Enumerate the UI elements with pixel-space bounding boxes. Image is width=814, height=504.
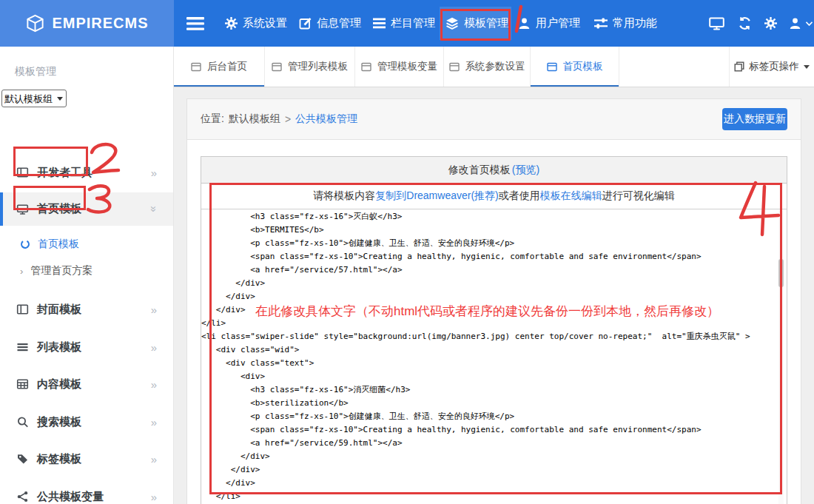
window-icon	[361, 62, 371, 72]
nav-item-label: 模板管理	[464, 16, 508, 30]
breadcrumb-current-link[interactable]: 公共模板管理	[295, 112, 357, 126]
cube-logo-icon	[25, 13, 45, 33]
tab-manage-template-vars[interactable]: 管理模板变量	[355, 47, 444, 87]
chevrons-right-icon: »	[151, 167, 157, 178]
nav-item-common-functions[interactable]: 常用功能	[594, 0, 657, 47]
sidebar-subitem-manage-home-plan[interactable]: › 管理首页方案	[0, 261, 173, 281]
template-edit-header: 修改首页模板 (预览)	[201, 157, 787, 184]
chevrons-down-icon: »	[148, 206, 159, 212]
user-icon	[789, 17, 801, 30]
preview-link[interactable]: (预览)	[512, 164, 539, 177]
nav-item-label: 系统设置	[243, 16, 287, 30]
breadcrumb: 位置: 默认模板组 > 公共模板管理	[201, 112, 357, 126]
chevrons-right-icon: »	[151, 454, 157, 465]
code-line: </div>	[201, 463, 787, 477]
fullscreen-button[interactable]	[709, 0, 724, 47]
sliders-icon	[594, 18, 608, 29]
code-line: <div class="text">	[201, 357, 787, 370]
code-line: <p class="fz-xs-10">创建健康、卫生、舒适、安全的良好环境</…	[201, 410, 787, 423]
window-restore-icon	[734, 61, 744, 72]
tag-icon	[16, 453, 29, 465]
sidebar-item-home-template[interactable]: 首页模板 »	[0, 192, 173, 226]
nav-item-label: 信息管理	[317, 16, 361, 30]
hamburger-menu-button[interactable]	[186, 0, 204, 47]
chevron-right-icon: ›	[20, 266, 23, 277]
columns-icon	[16, 167, 29, 178]
nav-item-system-settings[interactable]: 系统设置	[225, 0, 287, 47]
top-navbar: EMPIRECMS 系统设置 信息管理 栏目管理	[0, 0, 814, 47]
edit-icon	[299, 17, 312, 30]
logo[interactable]: EMPIRECMS	[0, 0, 174, 47]
nav-item-user-management[interactable]: 用户管理	[518, 0, 580, 47]
chevrons-right-icon: »	[151, 379, 157, 390]
user-icon	[518, 17, 531, 30]
chevron-down-icon	[806, 21, 813, 26]
account-menu-button[interactable]	[789, 0, 813, 47]
code-line: <b>sterilization</b>	[201, 397, 787, 410]
code-scrollbar[interactable]	[778, 211, 784, 504]
code-line: <li class="swiper-slide" style="backgrou…	[201, 330, 787, 343]
code-line: <div class="wid">	[201, 343, 787, 357]
online-edit-link[interactable]: 模板在线编辑	[540, 189, 602, 203]
code-line: </div>	[201, 303, 787, 317]
sidebar-item-content-template[interactable]: 内容模板 »	[0, 368, 173, 400]
tab-system-params[interactable]: 系统参数设置	[444, 47, 531, 87]
layers-icon	[445, 17, 459, 30]
sidebar-item-common-template-vars[interactable]: 公共模板变量 »	[0, 480, 173, 504]
tab-home-template[interactable]: 首页模板	[531, 47, 619, 87]
sidebar-item-dev-tools[interactable]: 开发者工具 »	[0, 156, 173, 189]
code-line: </div>	[201, 290, 787, 303]
chevrons-right-icon: »	[151, 342, 157, 353]
code-line: <a href="/service/59.html"></a>	[201, 437, 787, 450]
sidebar-item-tag-template[interactable]: 标签模板 »	[0, 443, 173, 475]
sidebar-subitem-home-template[interactable]: 首页模板	[0, 234, 173, 255]
breadcrumb-group: 默认模板组	[229, 112, 280, 126]
table-icon	[16, 378, 29, 390]
template-code-textarea[interactable]: <h3 class="fz-xs-16">灭白蚁</h3> <b>TERMITE…	[201, 210, 787, 504]
sidebar: 模板管理 默认模板组 开发者工具 » 首页模板 » 首页模板	[0, 47, 174, 504]
breadcrumb-separator: >	[285, 113, 291, 125]
nav-item-info-management[interactable]: 信息管理	[299, 0, 361, 47]
code-line: <a href="/service/57.html"></a>	[201, 263, 787, 277]
main-content: 位置: 默认模板组 > 公共模板管理 进入数据更新 修改首页模板 (预览) 请将…	[174, 87, 814, 504]
nav-item-column-management[interactable]: 栏目管理	[373, 0, 435, 47]
sidebar-item-list-template[interactable]: 列表模板 »	[0, 331, 173, 363]
template-instruction: 请将模板内容 复制到Dreamweaver(推荐) 或者使用 模板在线编辑 进行…	[201, 184, 787, 209]
sidebar-item-search-template[interactable]: 搜索模板 »	[0, 406, 173, 438]
code-line: </div>	[201, 277, 787, 290]
code-scrollbar-thumb[interactable]	[778, 259, 784, 287]
settings-button[interactable]	[764, 0, 777, 47]
copy-to-dreamweaver-link[interactable]: 复制到Dreamweaver(推荐)	[375, 189, 498, 203]
refresh-icon	[738, 16, 752, 30]
code-line: <span class="fz-xs-10">Creating a health…	[201, 250, 787, 263]
breadcrumb-prefix: 位置:	[201, 112, 224, 126]
gear-icon	[225, 17, 238, 30]
tab-actions-dropdown[interactable]: 标签页操作	[729, 47, 814, 87]
search-icon	[16, 416, 29, 428]
chevrons-right-icon: »	[151, 417, 157, 428]
template-edit-table: 修改首页模板 (预览) 请将模板内容 复制到Dreamweaver(推荐) 或者…	[201, 156, 787, 504]
gear-icon	[764, 17, 777, 30]
code-line: <div>	[201, 370, 787, 383]
share-icon	[16, 491, 29, 503]
enter-data-update-button[interactable]: 进入数据更新	[722, 108, 787, 130]
sidebar-title: 模板管理	[15, 65, 56, 78]
code-line: </li>	[201, 490, 787, 503]
template-group-select[interactable]: 默认模板组	[1, 90, 67, 107]
code-line: <h3 class="fz-xs-16">消灭细菌</h3>	[201, 383, 787, 397]
tab-backend-home[interactable]: 后台首页	[174, 47, 265, 87]
code-line: </li>	[201, 317, 787, 330]
window-icon	[272, 62, 282, 72]
nav-item-label: 常用功能	[613, 16, 657, 30]
content-panel: 位置: 默认模板组 > 公共模板管理 进入数据更新 修改首页模板 (预览) 请将…	[186, 98, 801, 504]
chevrons-right-icon: »	[151, 491, 157, 503]
logo-text: EMPIRECMS	[52, 15, 148, 32]
empirecms-admin-page: EMPIRECMS 系统设置 信息管理 栏目管理	[0, 0, 814, 504]
nav-item-template-management[interactable]: 模板管理	[445, 0, 508, 47]
circle-icon	[20, 239, 30, 249]
code-line: <p class="fz-xs-10">创建健康、卫生、舒适、安全的良好环境</…	[201, 237, 787, 250]
tab-manage-list-template[interactable]: 管理列表模板	[265, 47, 355, 87]
sidebar-item-cover-template[interactable]: 封面模板 »	[0, 293, 173, 326]
hamburger-icon	[186, 17, 204, 30]
refresh-button[interactable]	[738, 0, 752, 47]
